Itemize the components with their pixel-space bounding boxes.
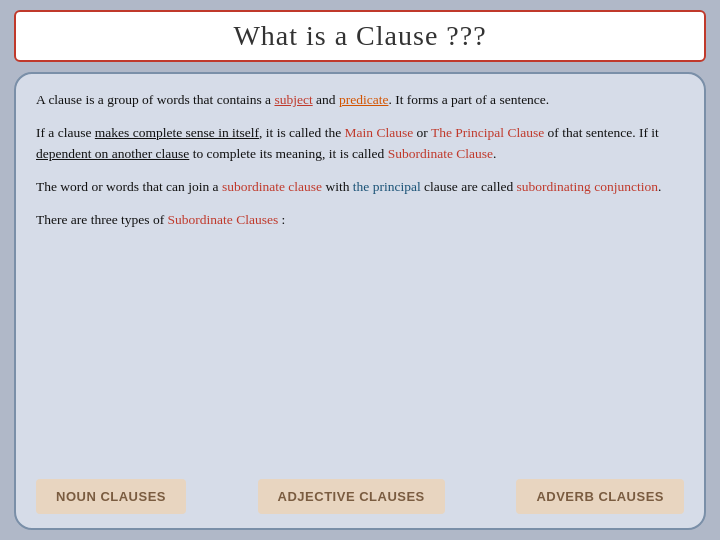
noun-clauses-button[interactable]: NOUN CLAUSES xyxy=(36,479,186,514)
para2-text6: . xyxy=(493,146,496,161)
para4-subordinate-clauses: Subordinate Clauses xyxy=(168,212,279,227)
para3-text4: . xyxy=(658,179,661,194)
para4-text1: There are three types of xyxy=(36,212,168,227)
adverb-clauses-button[interactable]: ADVERB CLAUSES xyxy=(516,479,684,514)
para3-sub-clause: subordinate clause xyxy=(222,179,322,194)
paragraph-3: The word or words that can join a subord… xyxy=(36,177,684,198)
paragraph-2: If a clause makes complete sense in itse… xyxy=(36,123,684,165)
para2-principal1: The Principal Clause xyxy=(431,125,544,140)
para1-text2: and xyxy=(313,92,339,107)
para2-main: Main Clause xyxy=(345,125,414,140)
para4-text2: : xyxy=(278,212,285,227)
para2-subordinate: Subordinate Clause xyxy=(388,146,493,161)
page-title: What is a Clause ??? xyxy=(26,20,694,52)
para1-predicate: predicate xyxy=(339,92,388,107)
noun-btn-wrap: NOUN CLAUSES xyxy=(36,479,186,514)
paragraph-1: A clause is a group of words that contai… xyxy=(36,90,684,111)
para3-subconj: subordinating conjunction xyxy=(517,179,658,194)
para2-text4: of that sentence. If it xyxy=(544,125,659,140)
content-box: A clause is a group of words that contai… xyxy=(14,72,706,530)
para2-makes: makes complete sense in itself xyxy=(95,125,259,140)
para2-text3: or xyxy=(413,125,431,140)
buttons-row: NOUN CLAUSES ADJECTIVE CLAUSES ADVERB CL… xyxy=(36,479,684,514)
para2-text1: If a clause xyxy=(36,125,95,140)
para3-text2: with xyxy=(322,179,353,194)
para2-text2: , it is called the xyxy=(259,125,344,140)
title-box: What is a Clause ??? xyxy=(14,10,706,62)
para1-text3: . It forms a part of a sentence. xyxy=(388,92,549,107)
para1-subject: subject xyxy=(274,92,312,107)
para3-principal: the principal xyxy=(353,179,421,194)
para2-dependent: dependent on another clause xyxy=(36,146,189,161)
adjective-clauses-button[interactable]: ADJECTIVE CLAUSES xyxy=(258,479,445,514)
para3-text1: The word or words that can join a xyxy=(36,179,222,194)
paragraph-4: There are three types of Subordinate Cla… xyxy=(36,210,684,231)
adjective-btn-wrap: ADJECTIVE CLAUSES xyxy=(258,479,445,514)
para2-text5: to complete its meaning, it is called xyxy=(189,146,387,161)
text-section: A clause is a group of words that contai… xyxy=(36,90,684,231)
adverb-btn-wrap: ADVERB CLAUSES xyxy=(516,479,684,514)
para1-text1: A clause is a group of words that contai… xyxy=(36,92,274,107)
para3-text3: clause are called xyxy=(421,179,517,194)
